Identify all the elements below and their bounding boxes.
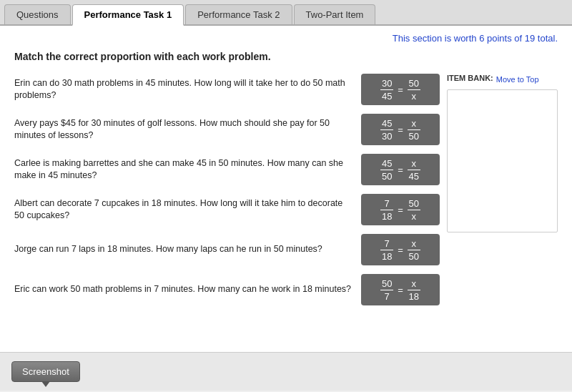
answer-box[interactable]: 4530=x50 [361,114,440,145]
problem-row: Avery pays $45 for 30 minutes of golf le… [14,114,440,145]
fraction-left: 4550 [380,158,393,182]
main-content: This section is worth 6 points of 19 tot… [0,26,572,352]
equals-sign: = [398,205,403,215]
problem-text: Carlee is making barrettes and she can m… [14,157,354,182]
tab-performance-task-1[interactable]: Performance Task 1 [72,4,184,26]
problem-text: Avery pays $45 for 30 minutes of golf le… [14,117,354,142]
fraction-right: x50 [408,238,420,262]
answer-box[interactable]: 4550=x45 [361,154,440,185]
move-to-top-link[interactable]: Move to Top [496,75,539,84]
fraction-left: 718 [380,238,393,262]
fraction-left: 718 [380,198,393,222]
fraction-right: x45 [408,158,420,182]
equals-sign: = [398,84,403,95]
answer-box[interactable]: 718=50x [361,194,440,225]
fraction-right: 50x [408,198,420,222]
problem-text: Eric can work 50 math problems in 7 minu… [14,283,354,296]
item-bank-column: ITEM BANK: Move to Top [447,74,558,314]
tab-questions[interactable]: Questions [4,4,71,24]
problem-text: Albert can decorate 7 cupcakes in 18 min… [14,197,354,222]
problem-row: Jorge can run 7 laps in 18 minutes. How … [14,234,440,265]
answer-box[interactable]: 3045=50x [361,74,440,105]
fraction-left: 3045 [380,78,393,102]
fraction-left: 507 [380,278,393,302]
problem-row: Albert can decorate 7 cupcakes in 18 min… [14,194,440,225]
tab-two-part-item[interactable]: Two-Part Item [294,4,376,24]
answer-box[interactable]: 718=x50 [361,234,440,265]
item-bank-label: ITEM BANK: [447,74,493,82]
equals-sign: = [398,124,403,135]
fraction-right: 50x [408,78,420,102]
equals-sign: = [398,285,403,295]
section-worth: This section is worth 6 points of 19 tot… [14,33,558,44]
fraction-right: x50 [408,118,420,142]
problem-text: Erin can do 30 math problems in 45 minut… [14,77,354,102]
item-bank-header: ITEM BANK: Move to Top [447,74,558,85]
problems-column: Erin can do 30 math problems in 45 minut… [14,74,440,314]
problem-row: Carlee is making barrettes and she can m… [14,154,440,185]
problem-row: Eric can work 50 math problems in 7 minu… [14,274,440,305]
problem-text: Jorge can run 7 laps in 18 minutes. How … [14,243,354,256]
equals-sign: = [398,165,403,175]
equals-sign: = [398,245,403,255]
fraction-right: x18 [408,278,420,302]
problem-row: Erin can do 30 math problems in 45 minut… [14,74,440,105]
item-bank-box [447,89,558,232]
tab-bar: QuestionsPerformance Task 1Performance T… [0,0,572,26]
screenshot-button[interactable]: Screenshot [11,361,80,382]
fraction-left: 4530 [380,118,393,142]
instructions: Match the correct proportion with each w… [14,51,558,62]
content-columns: Erin can do 30 math problems in 45 minut… [14,74,558,314]
tab-performance-task-2[interactable]: Performance Task 2 [185,4,292,24]
answer-box[interactable]: 507=x18 [361,274,440,305]
footer: Screenshot [0,352,572,391]
